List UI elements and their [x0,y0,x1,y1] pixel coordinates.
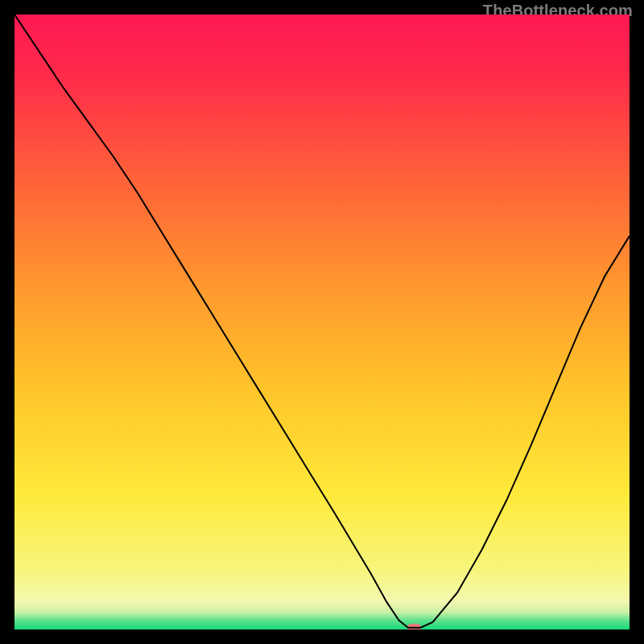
chart-frame: TheBottleneck.com [0,0,644,644]
optimum-marker [407,624,421,630]
plot-background [14,14,630,630]
bottleneck-chart [14,14,630,630]
